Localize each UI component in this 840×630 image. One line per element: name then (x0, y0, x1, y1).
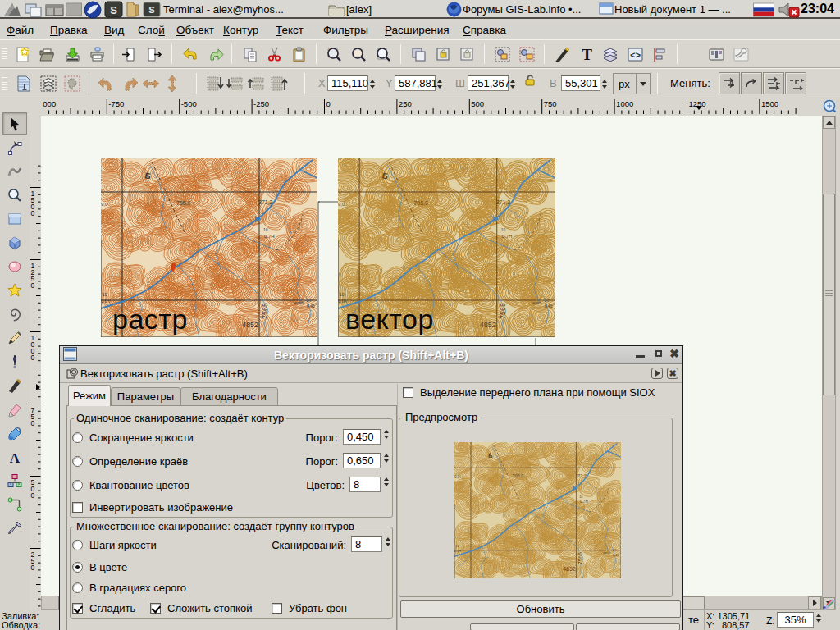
svg-text:1500: 1500 (761, 99, 778, 108)
svg-text:A: A (10, 450, 21, 465)
svg-text:1500: 1500 (31, 189, 35, 217)
svg-text:-250: -250 (253, 99, 269, 108)
svg-text:-500: -500 (181, 99, 197, 108)
svg-text:<>: <> (629, 50, 641, 60)
svg-text:1000: 1000 (31, 334, 35, 362)
svg-text:T: T (582, 46, 592, 63)
svg-text:1000: 1000 (616, 99, 633, 108)
svg-text:750: 750 (544, 99, 557, 108)
svg-text:-750: -750 (108, 99, 124, 108)
svg-text:S: S (110, 4, 117, 16)
svg-text:750: 750 (31, 406, 35, 427)
svg-text:250: 250 (31, 550, 35, 572)
svg-text:0: 0 (326, 99, 331, 108)
svg-text:S: S (148, 5, 154, 15)
svg-text:1250: 1250 (31, 262, 35, 290)
svg-text:-1000: -1000 (43, 99, 56, 108)
svg-text:500: 500 (471, 99, 484, 108)
svg-text:500: 500 (31, 478, 35, 500)
svg-text:250: 250 (399, 99, 412, 108)
